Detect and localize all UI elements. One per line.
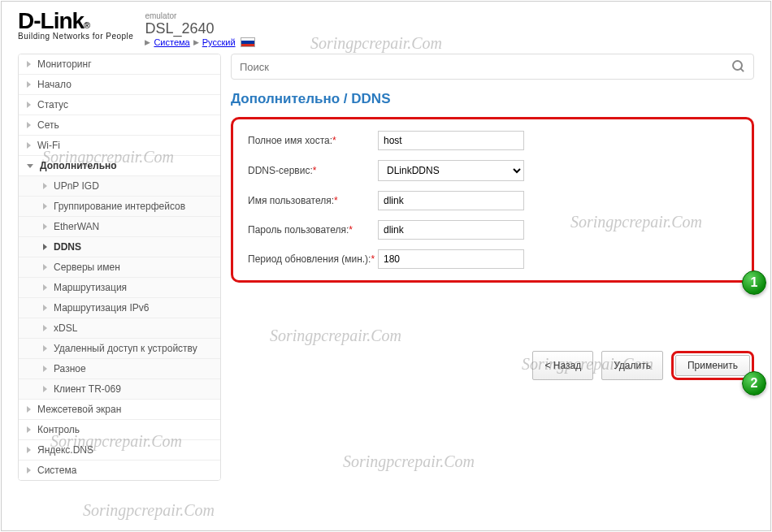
emulator-label: emulator [145,11,254,20]
sidebar-item-label: Группирование интерфейсов [54,201,185,212]
sidebar-item-label: Мониторинг [37,58,92,70]
sidebar-item-label: Сеть [37,119,59,131]
sidebar-item[interactable]: Wi-Fi [19,136,220,156]
breadcrumb-language[interactable]: Русский [202,37,236,47]
sidebar: МониторингНачалоСтатусСетьWi-FiДополните… [18,54,221,481]
sidebar-item[interactable]: Начало [19,75,220,95]
logo-text: D-Link [18,10,84,32]
sidebar-item[interactable]: Статус [19,95,220,115]
chevron-icon [27,61,31,67]
sidebar-item[interactable]: Сеть [19,115,220,136]
chevron-icon [43,203,47,210]
button-bar: < Назад Удалить Применить 2 [231,351,754,380]
flag-russia-icon [241,37,255,47]
sidebar-item-label: Яндекс.DNS [37,444,93,456]
sidebar-item-label: Клиент TR-069 [54,383,121,395]
sidebar-item[interactable]: Мониторинг [19,54,220,75]
chevron-icon [43,325,47,331]
sidebar-item-label: Система [37,465,76,476]
sidebar-item-label: Контроль [37,424,80,435]
period-input[interactable] [378,249,524,269]
search-box[interactable] [231,54,754,80]
sidebar-item-label: Дополнительно [40,160,117,171]
nav-menu: МониторингНачалоСтатусСетьWi-FiДополните… [18,54,221,481]
chevron-icon [27,426,31,433]
chevron-right-icon: ▶ [145,38,150,46]
device-model: DSL_2640 [145,20,254,37]
sidebar-subitem[interactable]: xDSL [19,318,220,339]
sidebar-item-label: Wi-Fi [37,140,60,151]
logo-brand: D-Link® [18,10,133,32]
chevron-icon [27,467,31,474]
chevron-icon [43,386,47,392]
chevron-icon [27,164,33,168]
sidebar-subitem[interactable]: Разное [19,359,220,379]
apply-highlight: Применить 2 [671,351,754,380]
sidebar-subitem[interactable]: Удаленный доступ к устройству [19,339,220,359]
sidebar-subitem[interactable]: Маршрутизация IPv6 [19,298,220,318]
main-panel: Дополнительно / DDNS Полное имя хоста:* … [231,54,754,481]
sidebar-item[interactable]: Система [19,461,220,480]
chevron-right-icon: ▶ [193,38,199,46]
sidebar-item-label: UPnP IGD [54,180,99,192]
sidebar-item-label: Начало [37,79,72,90]
sidebar-item[interactable]: Контроль [19,420,220,440]
sidebar-subitem[interactable]: Маршрутизация [19,278,220,298]
page-title: Дополнительно / DDNS [231,91,754,107]
callout-2: 2 [742,371,766,396]
sidebar-subitem[interactable]: UPnP IGD [19,176,220,197]
sidebar-subitem[interactable]: Клиент TR-069 [19,379,220,400]
back-button[interactable]: < Назад [532,351,593,380]
chevron-icon [43,345,47,352]
service-select[interactable]: DLinkDDNS [378,160,524,181]
sidebar-item[interactable]: Межсетевой экран [19,400,220,420]
breadcrumb-system[interactable]: Система [154,37,189,47]
chevron-icon [43,223,47,230]
chevron-icon [27,406,31,413]
sidebar-item-label: xDSL [54,322,77,334]
hostname-label: Полное имя хоста:* [248,135,378,146]
chevron-icon [43,244,47,250]
logo-tagline: Building Networks for People [18,32,133,41]
search-input[interactable] [240,61,732,73]
chevron-icon [43,284,47,291]
header: D-Link® Building Networks for People emu… [18,10,754,47]
sidebar-item-label: Удаленный доступ к устройству [54,343,197,354]
chevron-icon [43,183,47,189]
search-icon[interactable] [732,60,745,73]
sidebar-subitem[interactable]: EtherWAN [19,217,220,237]
ddns-form: Полное имя хоста:* DDNS-сервис:* DLinkDD… [231,117,754,283]
sidebar-item-label: Маршрутизация [54,282,127,293]
model-block: emulator DSL_2640 ▶ Система ▶ Русский [145,10,254,47]
username-label: Имя пользователя:* [248,195,378,206]
sidebar-item-label: Маршрутизация IPv6 [54,302,149,314]
sidebar-subitem[interactable]: Серверы имен [19,257,220,278]
sidebar-item-label: EtherWAN [54,221,99,232]
service-label: DDNS-сервис:* [248,165,378,176]
breadcrumb: ▶ Система ▶ Русский [145,37,254,47]
sidebar-item-label: Межсетевой экран [37,404,121,415]
chevron-icon [27,81,31,88]
sidebar-item[interactable]: Яндекс.DNS [19,440,220,461]
logo: D-Link® Building Networks for People [18,10,133,41]
delete-button[interactable]: Удалить [601,351,663,380]
sidebar-item-label: DDNS [54,241,81,253]
sidebar-subitem[interactable]: DDNS [19,237,220,257]
hostname-input[interactable] [378,131,524,150]
chevron-icon [27,122,31,128]
password-input[interactable] [378,220,524,240]
chevron-icon [27,447,31,453]
username-input[interactable] [378,191,524,210]
chevron-icon [43,264,47,270]
chevron-icon [43,305,47,311]
sidebar-item[interactable]: Дополнительно [19,156,220,176]
apply-button[interactable]: Применить [675,355,750,376]
callout-1: 1 [742,270,766,295]
sidebar-item-label: Серверы имен [54,262,120,273]
chevron-icon [27,142,31,149]
sidebar-item-label: Статус [37,99,68,110]
password-label: Пароль пользователя:* [248,224,378,236]
chevron-icon [43,365,47,372]
sidebar-subitem[interactable]: Группирование интерфейсов [19,197,220,217]
watermark: Soringpcrepair.Com [83,501,215,520]
